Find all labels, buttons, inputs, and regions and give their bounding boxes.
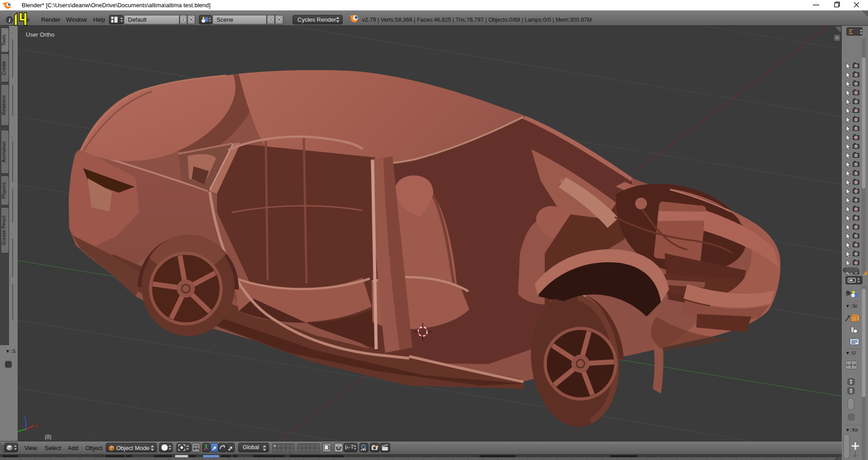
svg-text:User Ortho: User Ortho xyxy=(26,31,55,38)
svg-text:x: x xyxy=(35,423,38,428)
svg-text:z: z xyxy=(24,414,26,419)
svg-text:▼::Sc: ▼::Sc xyxy=(845,304,858,308)
svg-text:▼::U: ▼::U xyxy=(845,351,856,356)
svg-text:::: :: xyxy=(11,135,13,139)
svg-text:::: :: xyxy=(11,232,13,236)
svg-text:::: :: xyxy=(11,31,13,35)
svg-text:i: i xyxy=(9,17,10,24)
svg-text:▼::S: ▼::S xyxy=(5,349,15,354)
svg-text:▼::Ke: ▼::Ke xyxy=(845,427,858,432)
svg-text:(8): (8) xyxy=(45,434,52,440)
